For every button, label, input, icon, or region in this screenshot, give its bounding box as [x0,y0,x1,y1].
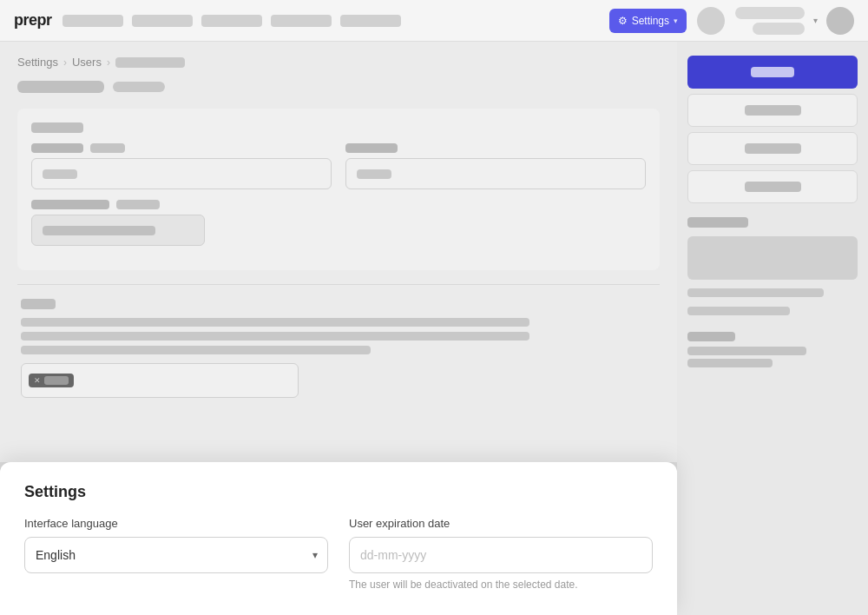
topbar: prepr ⚙ Settings ▾ ▾ [0,0,868,42]
expiration-input[interactable] [349,537,653,573]
full-width-group [31,200,646,246]
breadcrumb-users[interactable]: Users [72,56,102,69]
first-name-label [31,143,83,153]
sidebar-info-line-1 [687,288,824,297]
user-name-pill [735,7,805,19]
sidebar-section-1-title [687,217,748,228]
settings-fields: Interface language English Dutch French … [24,517,653,591]
bio-input[interactable] [31,215,205,246]
nav-item-5[interactable] [340,15,401,27]
breadcrumb: Settings › Users › [17,56,660,69]
primary-action-button[interactable] [687,56,858,89]
secondary-action-button-1[interactable] [687,94,858,127]
secondary-button-label-3 [745,182,801,192]
tag-label [44,376,69,385]
tag-1[interactable]: ✕ [29,374,74,387]
sidebar-info-box [687,236,858,280]
desc-line-1 [21,318,529,327]
nav-item-2[interactable] [132,15,193,27]
lower-section: ✕ [17,299,660,398]
modal-overlay: Settings Interface language English Dutc… [0,462,677,615]
secondary-button-label-1 [745,105,801,116]
desc-line-2 [21,332,529,341]
expiration-label: User expiration date [349,517,653,530]
expiration-helper-text: The user will be deactivated on the sele… [349,579,653,591]
profile-card [17,109,660,270]
gear-icon: ⚙ [618,15,628,27]
language-label: Interface language [24,517,328,530]
secondary-action-button-2[interactable] [687,132,858,165]
tag-input[interactable]: ✕ [21,363,299,398]
last-name-placeholder-text [357,169,391,179]
last-name-label [345,143,398,153]
settings-card-title: Settings [24,483,653,501]
expiration-field: User expiration date The user will be de… [349,517,653,591]
breadcrumb-current [115,57,185,68]
last-name-input[interactable] [345,158,646,189]
page-subtitle [113,82,165,92]
card-label [31,122,83,133]
chevron-down-icon: ▾ [674,17,678,25]
sidebar-section-2 [687,332,858,371]
last-name-label-row [345,143,646,153]
user-role-pill [753,23,805,35]
bio-placeholder-text [43,226,155,235]
form-row-1 [31,143,646,189]
page-title-bar [17,81,660,93]
bio-label-row [31,200,646,209]
user-chevron-icon[interactable]: ▾ [813,16,818,25]
sidebar-section-2-line-2 [687,359,773,367]
secondary-button-label-2 [745,143,801,154]
nav-item-4[interactable] [271,15,332,27]
section-divider [17,284,660,285]
language-select-wrapper: English Dutch French German ▾ [24,537,328,573]
settings-nav-item[interactable]: ⚙ Settings ▾ [609,9,687,33]
bio-sublabel [116,200,160,209]
nav-item-1[interactable] [62,15,123,27]
nav-circle-item[interactable] [697,7,725,35]
sidebar-info-line-2 [687,307,790,315]
avatar[interactable] [826,7,854,35]
first-name-sublabel [90,143,125,153]
primary-button-label [751,67,794,77]
breadcrumb-sep-1: › [63,56,67,69]
bio-label [31,200,109,209]
expiration-input-wrapper [349,537,653,573]
first-name-group [31,143,332,189]
last-name-group [345,143,646,189]
sidebar-section-2-line-1 [687,347,806,355]
form-row-2 [31,200,646,246]
topbar-right: ▾ [735,7,854,35]
lower-section-label [21,299,56,309]
language-select[interactable]: English Dutch French German [24,537,328,573]
breadcrumb-settings[interactable]: Settings [17,56,58,69]
logo: prepr [14,11,52,30]
right-sidebar [677,42,868,615]
sidebar-section-2-title [687,332,735,341]
tag-remove-icon[interactable]: ✕ [34,376,41,385]
first-name-input[interactable] [31,158,332,189]
language-field: Interface language English Dutch French … [24,517,328,591]
desc-line-3 [21,346,371,354]
first-name-label-row [31,143,332,153]
nav-items [62,15,599,27]
settings-nav-label: Settings [632,15,669,27]
breadcrumb-sep-2: › [107,56,110,69]
first-name-placeholder-text [43,169,77,179]
page-title [17,81,104,93]
secondary-action-button-3[interactable] [687,170,858,203]
settings-card: Settings Interface language English Dutc… [0,462,677,615]
nav-item-3[interactable] [201,15,262,27]
